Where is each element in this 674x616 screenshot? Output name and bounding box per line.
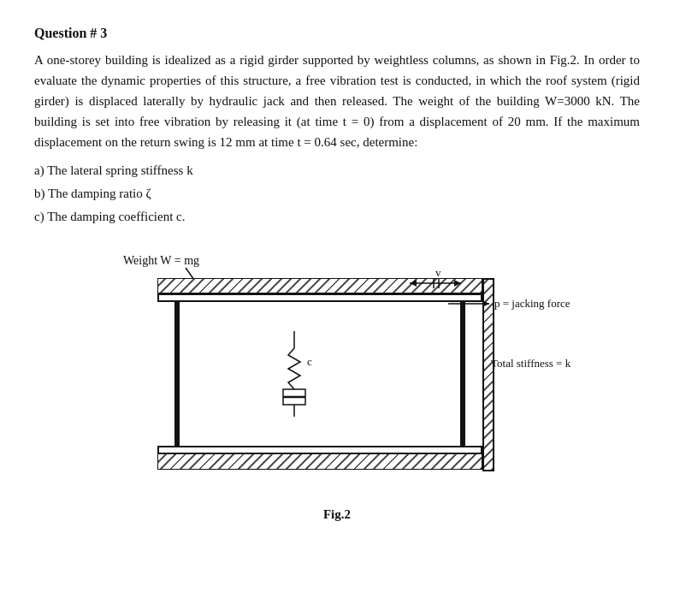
svg-text:v: v	[435, 266, 441, 279]
figure-caption: Fig.2	[323, 507, 351, 522]
svg-text:c: c	[307, 355, 312, 368]
v-arrow-svg: v	[410, 266, 478, 292]
svg-marker-10	[454, 280, 461, 287]
figure-container: Weight W = mg	[106, 254, 602, 494]
stiffness-label: Total stiffness = k	[491, 357, 571, 370]
base-beam	[157, 446, 482, 454]
svg-marker-14	[482, 300, 489, 307]
bottom-hatch	[157, 454, 482, 470]
svg-text:p = jacking force: p = jacking force	[494, 297, 571, 310]
right-column	[460, 302, 465, 447]
svg-marker-9	[410, 280, 417, 287]
sub-b: b) The damping ratio ζ	[34, 182, 640, 205]
p-arrow-svg: p = jacking force	[448, 293, 602, 314]
figure-area: Weight W = mg	[34, 254, 640, 522]
damper-spring-svg: c	[264, 331, 324, 417]
left-column	[174, 302, 180, 447]
question-body: A one-storey building is idealized as a …	[34, 50, 640, 152]
sub-c: c) The damping coefficient c.	[34, 205, 640, 228]
question-title: Question # 3	[34, 26, 640, 41]
sub-items: a) The lateral spring stiffness k b) The…	[34, 159, 640, 228]
sub-a: a) The lateral spring stiffness k	[34, 159, 640, 182]
girder-beam	[157, 293, 482, 302]
